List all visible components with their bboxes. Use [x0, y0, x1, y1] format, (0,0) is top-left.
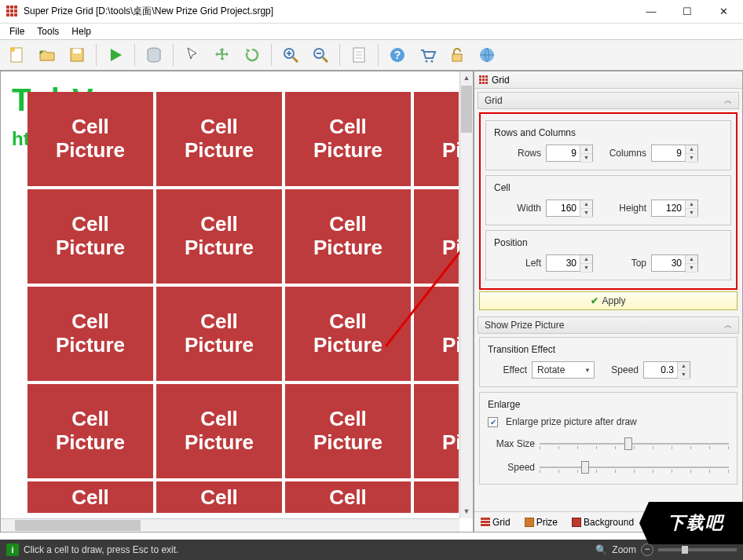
svg-line-6 [293, 57, 298, 62]
status-hint: Click a cell to draw, press Esc to exit. [24, 544, 178, 555]
tab-prize[interactable]: Prize [522, 515, 561, 529]
grid-cell[interactable]: Cell [285, 481, 411, 513]
menu-file[interactable]: File [3, 24, 31, 38]
height-label: Height [598, 203, 646, 214]
enlarge-speed-slider[interactable] [540, 459, 729, 476]
svg-text:?: ? [394, 49, 401, 61]
top-label: Top [598, 258, 646, 269]
save-button[interactable] [63, 42, 91, 68]
svg-rect-3 [73, 49, 81, 53]
canvas-area: T l V ht CellPicture CellPicture CellPic… [0, 71, 474, 533]
document-button[interactable] [345, 42, 373, 68]
columns-input[interactable]: ▲▼ [651, 145, 698, 162]
top-input[interactable]: ▲▼ [651, 254, 698, 272]
height-input[interactable]: ▲▼ [651, 199, 698, 217]
titlebar: Super Prize Grid [D:\tools\桌面\New Prize … [0, 0, 743, 24]
new-button[interactable] [3, 42, 31, 68]
enlarge-checkbox[interactable]: ✔ [488, 417, 498, 427]
grid-cell[interactable]: CellPicture [27, 92, 153, 186]
properties-panel: Grid Grid︽ Rows and Columns Rows ▲▼ Colu… [474, 71, 743, 533]
zoom-slider[interactable] [658, 548, 737, 551]
maxsize-slider[interactable] [540, 435, 729, 452]
unlock-button[interactable] [443, 42, 471, 68]
width-label: Width [494, 203, 541, 214]
tab-grid[interactable]: Grid [478, 515, 514, 529]
grid-cell[interactable]: CellPicture [285, 287, 411, 381]
grid-cell[interactable]: Cell [414, 481, 459, 513]
play-button[interactable] [101, 42, 130, 68]
chevron-up-icon: ︽ [724, 320, 732, 331]
check-icon: ✔ [591, 295, 598, 306]
watermark: 下载吧 [649, 502, 743, 544]
move-button[interactable] [208, 42, 236, 68]
zoom-label: Zoom [612, 544, 636, 555]
grid-cell[interactable]: CellPicture [414, 92, 459, 186]
vertical-scrollbar[interactable]: ▲ ▼ [459, 71, 473, 518]
section-header-show-prize[interactable]: Show Prize Picture︽ [478, 317, 739, 334]
minimize-button[interactable]: — [633, 0, 669, 24]
grid-cell[interactable]: Cell [27, 481, 153, 513]
svg-line-10 [323, 57, 328, 62]
canvas[interactable]: T l V ht CellPicture CellPicture CellPic… [4, 75, 459, 518]
panel-header: Grid [474, 71, 742, 89]
grid-icon [479, 75, 489, 85]
grid-cell[interactable]: Cell [156, 481, 282, 513]
rows-input[interactable]: ▲▼ [546, 145, 593, 162]
tab-background[interactable]: Background [569, 515, 637, 529]
grid-cell[interactable]: CellPicture [285, 189, 411, 284]
effect-label: Effect [488, 364, 527, 375]
grid-cell[interactable]: CellPicture [285, 92, 411, 186]
chevron-up-icon: ︽ [724, 95, 732, 106]
toolbar: ? [0, 39, 743, 71]
grid-cell[interactable]: CellPicture [156, 92, 282, 186]
width-input[interactable]: ▲▼ [546, 199, 593, 217]
horizontal-scrollbar[interactable] [1, 518, 459, 532]
menu-tools[interactable]: Tools [31, 24, 65, 38]
menu-help[interactable]: Help [65, 24, 97, 38]
grid-cell[interactable]: CellPicture [156, 189, 282, 284]
group-cell: Cell Width ▲▼ Height ▲▼ [485, 175, 731, 225]
window-title: Super Prize Grid [D:\tools\桌面\New Prize … [24, 5, 633, 18]
left-input[interactable]: ▲▼ [546, 254, 593, 272]
group-position: Position Left ▲▼ Top ▲▼ [485, 230, 731, 280]
columns-label: Columns [598, 148, 646, 159]
cart-button[interactable] [413, 42, 441, 68]
grid-cell[interactable]: CellPicture [285, 384, 411, 478]
open-button[interactable] [33, 42, 61, 68]
cell-grid: CellPicture CellPicture CellPicture Cell… [27, 92, 459, 518]
grid-cell[interactable]: CellPicture [414, 189, 459, 284]
globe-button[interactable] [473, 42, 501, 68]
transition-speed-input[interactable]: ▲▼ [643, 361, 690, 379]
apply-button[interactable]: ✔ Apply [479, 291, 738, 310]
grid-cell[interactable]: CellPicture [27, 189, 153, 284]
prize-icon [525, 518, 534, 527]
app-icon [6, 5, 19, 18]
grid-cell[interactable]: CellPicture [156, 287, 282, 381]
zoom-out-button[interactable]: − [641, 544, 653, 556]
svg-point-19 [431, 60, 434, 63]
zoom-icon: 🔍 [595, 544, 607, 555]
grid-cell[interactable]: CellPicture [27, 287, 153, 381]
grid-cell[interactable]: CellPicture [27, 384, 153, 478]
zoom-in-button[interactable] [276, 42, 305, 68]
left-label: Left [494, 258, 541, 269]
section-header-grid[interactable]: Grid︽ [478, 92, 739, 109]
chevron-down-icon: ▼ [584, 367, 591, 374]
database-button[interactable] [140, 42, 168, 68]
grid-cell[interactable]: CellPicture [414, 287, 459, 381]
close-button[interactable]: ✕ [705, 0, 741, 24]
effect-select[interactable]: Rotate▼ [532, 361, 595, 379]
maxsize-label: Max Size [488, 438, 535, 449]
help-button[interactable]: ? [383, 42, 412, 68]
maximize-button[interactable]: ☐ [669, 0, 705, 24]
svg-point-1 [10, 47, 15, 52]
zoom-out-button[interactable] [306, 42, 335, 68]
pointer-button[interactable] [178, 42, 207, 68]
svg-rect-20 [452, 54, 462, 61]
grid-cell[interactable]: CellPicture [156, 384, 282, 478]
panel-title: Grid [492, 75, 510, 86]
rotate-button[interactable] [238, 42, 266, 68]
group-enlarge: Enlarge ✔ Enlarge prize picture after dr… [479, 392, 738, 485]
grid-cell[interactable]: CellPicture [414, 384, 459, 478]
grid-icon [481, 518, 490, 527]
